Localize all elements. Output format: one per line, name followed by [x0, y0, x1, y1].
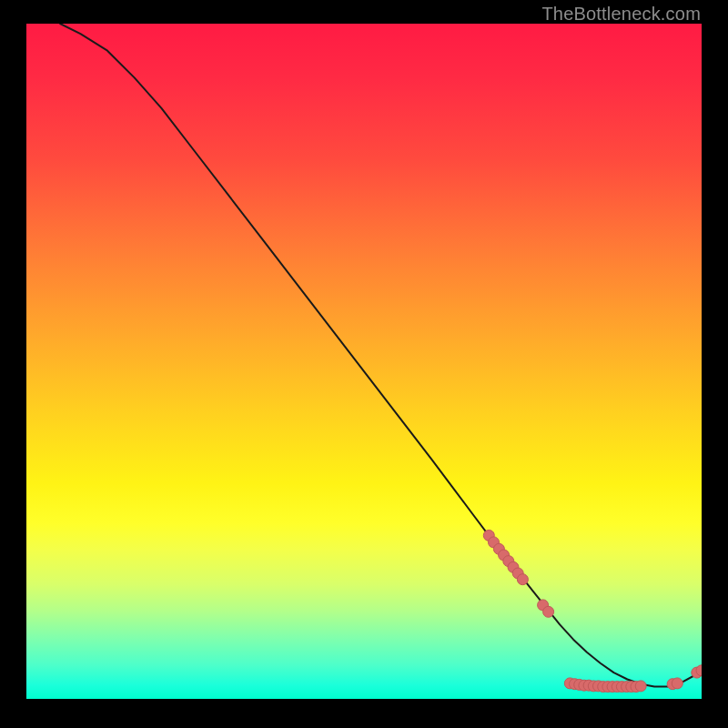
data-point	[635, 681, 646, 692]
data-point	[543, 606, 554, 617]
chart-area	[26, 24, 702, 699]
chart-plot	[26, 24, 702, 699]
data-point	[672, 678, 682, 689]
data-point	[517, 574, 528, 585]
watermark-text: TheBottleneck.com	[541, 4, 701, 25]
data-markers	[483, 530, 702, 692]
bottleneck-curve	[60, 24, 702, 687]
